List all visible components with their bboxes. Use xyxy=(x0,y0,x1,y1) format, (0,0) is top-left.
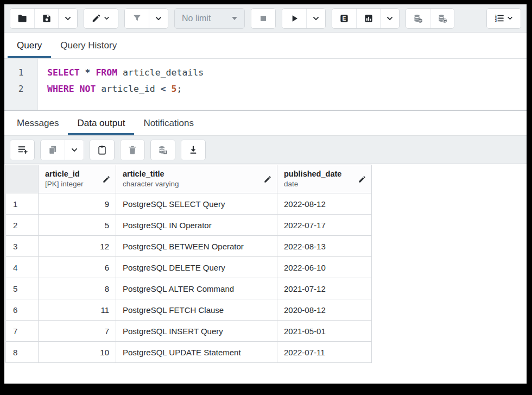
column-header-published_date[interactable]: published_datedate xyxy=(277,165,372,193)
tab-data-output[interactable]: Data output xyxy=(68,111,134,135)
line-number-gutter: 12 xyxy=(4,59,38,110)
open-file-icon xyxy=(17,13,28,24)
grid-cell-published_date[interactable]: 2021-07-12 xyxy=(277,278,372,299)
grid-cell-article_id[interactable]: 10 xyxy=(39,342,116,363)
grid-corner-cell[interactable] xyxy=(6,165,39,193)
row-number-cell[interactable]: 2 xyxy=(6,215,39,236)
row-number-cell[interactable]: 3 xyxy=(6,236,39,257)
paste-button[interactable] xyxy=(90,140,114,160)
row-number-cell[interactable]: 1 xyxy=(6,193,39,215)
grid-cell-published_date[interactable]: 2021-05-01 xyxy=(277,321,372,342)
tab-messages-label: Messages xyxy=(17,118,59,129)
row-limit-select[interactable]: No limit xyxy=(174,8,245,29)
execute-button[interactable] xyxy=(282,9,306,28)
download-results-button[interactable] xyxy=(181,140,205,160)
execute-options-dropdown[interactable] xyxy=(306,9,325,28)
sql-code[interactable]: SELECT * FROM article_detailsWHERE NOT a… xyxy=(38,59,204,110)
macros-button[interactable]: 123 xyxy=(487,9,521,28)
edit-button-group xyxy=(84,8,118,29)
grid-cell-published_date[interactable]: 2022-07-11 xyxy=(277,342,372,363)
tab-notifications[interactable]: Notifications xyxy=(134,111,203,135)
results-tabbar: Messages Data output Notifications xyxy=(4,110,527,136)
explain-options-dropdown[interactable] xyxy=(380,9,399,28)
row-number-cell[interactable]: 8 xyxy=(6,342,39,363)
add-row-button[interactable] xyxy=(10,140,34,160)
row-number-cell[interactable]: 6 xyxy=(6,299,39,321)
svg-text:E: E xyxy=(343,15,346,21)
cancel-query-button[interactable] xyxy=(251,9,275,28)
column-edit-icon[interactable] xyxy=(102,175,111,184)
grid-cell-article_title[interactable]: PostgreSQL IN Operator xyxy=(116,215,277,236)
chevron-down-icon xyxy=(63,14,73,23)
line-number: 1 xyxy=(4,65,37,81)
header-row: article_id[PK] integerarticle_titlechara… xyxy=(6,165,372,193)
chevron-down-icon xyxy=(311,14,321,23)
tab-query[interactable]: Query xyxy=(8,33,51,58)
explain-analyze-icon xyxy=(363,13,374,24)
svg-text:3: 3 xyxy=(495,19,497,22)
grid-cell-article_title[interactable]: PostgreSQL INSERT Query xyxy=(116,321,277,342)
row-number-cell[interactable]: 7 xyxy=(6,321,39,342)
grid-cell-article_id[interactable]: 11 xyxy=(39,299,116,321)
sql-editor[interactable]: 12 SELECT * FROM article_detailsWHERE NO… xyxy=(4,59,527,110)
column-header-article_title[interactable]: article_titlecharacter varying xyxy=(116,165,277,193)
grid-cell-published_date[interactable]: 2022-08-13 xyxy=(277,236,372,257)
filter-button-group xyxy=(124,8,168,29)
tab-notifications-label: Notifications xyxy=(143,118,194,129)
open-file-button[interactable] xyxy=(10,9,34,28)
query-toolbar: No limit xyxy=(4,4,527,33)
tab-query-history[interactable]: Query History xyxy=(51,33,126,58)
line-number: 2 xyxy=(4,81,37,97)
rollback-button[interactable] xyxy=(430,9,454,28)
grid-cell-published_date[interactable]: 2020-08-12 xyxy=(277,299,372,321)
explain-analyze-button[interactable] xyxy=(356,9,380,28)
filter-button[interactable] xyxy=(125,9,149,28)
save-data-changes-button[interactable] xyxy=(151,140,175,160)
grid-cell-article_title[interactable]: PostgreSQL DELETE Query xyxy=(116,257,277,278)
column-header-article_id[interactable]: article_id[PK] integer xyxy=(39,165,116,193)
cancel-button-group xyxy=(251,8,276,29)
save-file-button[interactable] xyxy=(34,9,58,28)
column-type: character varying xyxy=(123,179,179,189)
save-options-dropdown[interactable] xyxy=(58,9,77,28)
grid-cell-published_date[interactable]: 2022-07-17 xyxy=(277,215,372,236)
table-row: 77PostgreSQL INSERT Query2021-05-01 xyxy=(6,321,372,342)
grid-cell-published_date[interactable]: 2022-06-10 xyxy=(277,257,372,278)
grid-cell-article_title[interactable]: PostgreSQL SELECT Query xyxy=(116,193,277,215)
grid-cell-article_title[interactable]: PostgreSQL FETCH Clause xyxy=(116,299,277,321)
table-row: 611PostgreSQL FETCH Clause2020-08-12 xyxy=(6,299,372,321)
grid-cell-published_date[interactable]: 2022-08-12 xyxy=(277,193,372,215)
tab-messages[interactable]: Messages xyxy=(8,111,68,135)
column-name: published_date xyxy=(284,169,341,179)
chevron-down-icon xyxy=(385,14,395,23)
pgadmin-query-tool: No limit xyxy=(4,4,527,384)
grid-cell-article_id[interactable]: 8 xyxy=(39,278,116,299)
grid-cell-article_title[interactable]: PostgreSQL ALTER Command xyxy=(116,278,277,299)
save-icon xyxy=(41,13,52,24)
column-edit-icon[interactable] xyxy=(263,175,272,184)
add-row-group xyxy=(10,140,35,160)
grid-cell-article_id[interactable]: 9 xyxy=(39,193,116,215)
code-line: WHERE NOT article_id < 5; xyxy=(47,81,204,97)
edit-icon xyxy=(91,13,102,23)
data-output-grid-area: article_id[PK] integerarticle_titlechara… xyxy=(4,164,527,384)
grid-cell-article_title[interactable]: PostgreSQL UPDATE Statement xyxy=(116,342,277,363)
row-number-cell[interactable]: 5 xyxy=(6,278,39,299)
commit-button[interactable] xyxy=(406,9,430,28)
result-table: article_id[PK] integerarticle_titlechara… xyxy=(5,165,372,363)
delete-icon xyxy=(127,145,138,155)
copy-options-dropdown[interactable] xyxy=(65,140,84,160)
explain-button[interactable]: E xyxy=(332,9,356,28)
data-output-toolbar xyxy=(4,136,527,164)
grid-cell-article_id[interactable]: 7 xyxy=(39,321,116,342)
column-edit-icon[interactable] xyxy=(358,175,366,184)
grid-cell-article_id[interactable]: 6 xyxy=(39,257,116,278)
delete-row-button[interactable] xyxy=(121,140,144,160)
grid-cell-article_id[interactable]: 5 xyxy=(39,215,116,236)
edit-button[interactable] xyxy=(84,9,118,28)
grid-cell-article_title[interactable]: PostgreSQL BETWEEN Operator xyxy=(116,236,277,257)
grid-cell-article_id[interactable]: 12 xyxy=(39,236,116,257)
filter-options-dropdown[interactable] xyxy=(149,9,168,28)
copy-button[interactable] xyxy=(41,140,65,160)
row-number-cell[interactable]: 4 xyxy=(6,257,39,278)
